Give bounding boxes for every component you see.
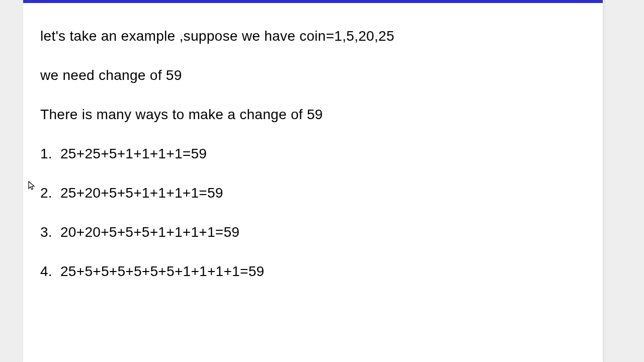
list-item: 1. 25+25+5+1+1+1+1=59 xyxy=(40,146,586,162)
intro-line-2: we need change of 59 xyxy=(40,67,586,83)
list-item: 2. 25+20+5+5+1+1+1+1=59 xyxy=(40,185,586,201)
list-expression: 25+25+5+1+1+1+1=59 xyxy=(60,146,207,162)
list-number: 4. xyxy=(40,263,53,280)
list-item: 3. 20+20+5+5+5+1+1+1+1=59 xyxy=(40,224,586,240)
intro-line-3: There is many ways to make a change of 5… xyxy=(40,107,586,123)
slide-content: let's take an example ,suppose we have c… xyxy=(23,3,603,280)
list-number: 2. xyxy=(40,185,53,201)
slide: let's take an example ,suppose we have c… xyxy=(23,0,603,362)
list-expression: 25+20+5+5+1+1+1+1=59 xyxy=(60,185,223,201)
list-number: 1. xyxy=(40,146,53,162)
intro-line-1: let's take an example ,suppose we have c… xyxy=(40,28,586,44)
list-item: 4. 25+5+5+5+5+5+5+1+1+1+1=59 xyxy=(40,263,586,280)
list-expression: 25+5+5+5+5+5+5+1+1+1+1=59 xyxy=(60,263,264,280)
list-expression: 20+20+5+5+5+1+1+1+1=59 xyxy=(60,224,239,240)
list-number: 3. xyxy=(40,224,53,240)
